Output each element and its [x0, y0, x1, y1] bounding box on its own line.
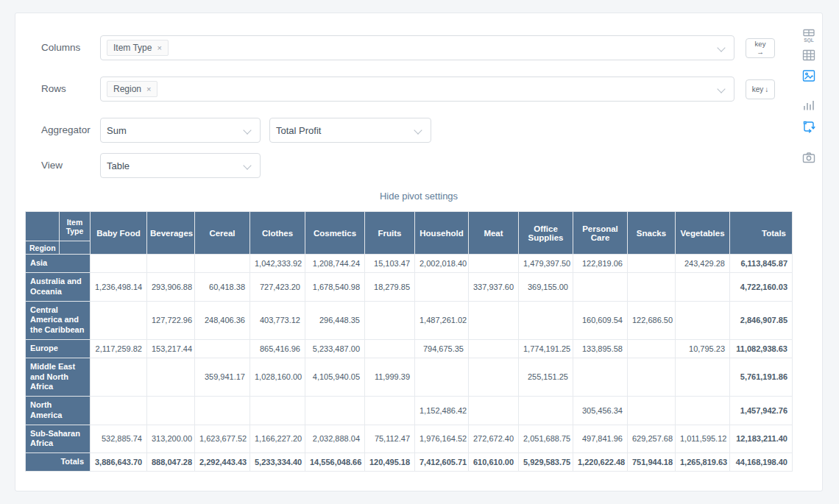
chevron-down-icon: [717, 85, 725, 93]
arrow-down-icon: ↓: [765, 85, 768, 93]
value-cell: [305, 397, 365, 425]
value-cell: 243,429.28: [676, 255, 730, 273]
view-select[interactable]: Table: [100, 153, 261, 178]
pivot-row: Australia and Oceania1,236,498.14293,906…: [26, 273, 793, 302]
value-cell: [415, 358, 469, 396]
bar-chart-icon[interactable]: [800, 96, 818, 114]
row-header: Europe: [26, 339, 91, 358]
col-header: Household: [415, 212, 469, 255]
value-cell: 133,895.58: [573, 339, 628, 358]
value-cell: 1,166,227.20: [250, 425, 305, 453]
value-cell: [628, 273, 676, 302]
value-cell: [519, 301, 573, 339]
sort-rows-button[interactable]: key ↓: [746, 79, 775, 99]
value-cell: 11,999.39: [365, 358, 415, 396]
value-cell: 60,418.38: [195, 273, 250, 302]
value-cell: 1,152,486.42: [415, 397, 469, 425]
aggregator-param-value: Total Profit: [276, 125, 321, 136]
value-cell: 369,155.00: [519, 273, 573, 302]
value-cell: 160,609.54: [573, 301, 628, 339]
columns-tag[interactable]: Item Type ×: [107, 40, 169, 56]
aggregator-select[interactable]: Sum: [100, 118, 261, 143]
col-header: Personal Care: [573, 212, 628, 255]
col-header: Cosmetics: [305, 212, 365, 255]
value-cell: [628, 255, 676, 273]
row-header: Middle East and North Africa: [26, 358, 91, 396]
rows-label: Rows: [41, 77, 66, 102]
value-cell: 629,257.68: [628, 425, 676, 453]
value-cell: 1,487,261.02: [415, 301, 469, 339]
value-cell: [365, 301, 415, 339]
table-icon[interactable]: [800, 46, 818, 64]
value-cell: [365, 339, 415, 358]
value-cell: [469, 301, 519, 339]
rows-tag-label: Region: [113, 84, 141, 94]
columns-tag-label: Item Type: [113, 43, 152, 53]
sql-icon[interactable]: SQL: [800, 26, 818, 44]
col-axis-label: Item Type: [60, 212, 91, 241]
value-cell: 18,279.85: [365, 273, 415, 302]
value-cell: 255,151.25: [519, 358, 573, 396]
value-cell: 727,423.20: [250, 273, 305, 302]
col-header: Clothes: [250, 212, 305, 255]
row-total-cell: 2,846,907.85: [730, 301, 793, 339]
row-header: North America: [26, 397, 91, 425]
image-chart-icon[interactable]: [800, 67, 818, 85]
value-cell: 1,042,333.92: [250, 255, 305, 273]
camera-icon[interactable]: [800, 149, 818, 166]
column-total-cell: 888,047.28: [147, 453, 195, 472]
value-cell: 122,819.06: [573, 255, 628, 273]
value-cell: 153,217.44: [147, 339, 195, 358]
col-header: Baby Food: [91, 212, 147, 255]
view-value: Table: [107, 160, 130, 171]
aggregator-param-select[interactable]: Total Profit: [269, 118, 431, 143]
value-cell: 1,236,498.14: [91, 273, 147, 302]
row-total-cell: 11,082,938.63: [730, 339, 793, 358]
row-total-cell: 1,457,942.76: [730, 397, 793, 425]
pivot-row: Sub-Saharan Africa532,885.74313,200.001,…: [26, 425, 793, 453]
value-cell: [91, 255, 147, 273]
value-cell: 305,456.34: [573, 397, 628, 425]
chevron-down-icon: [717, 43, 725, 52]
row-axis-label: Region: [26, 241, 60, 255]
value-cell: [469, 358, 519, 396]
pivot-editor-card: Columns Item Type × key → Rows Region × …: [15, 13, 823, 491]
rows-tag[interactable]: Region ×: [107, 81, 157, 97]
col-header: Office Supplies: [519, 212, 573, 255]
sort-columns-button[interactable]: key →: [746, 38, 775, 58]
value-cell: 1,623,677.52: [195, 425, 250, 453]
value-cell: 865,416.96: [250, 339, 305, 358]
pivot-row: Asia1,042,333.921,208,744.2415,103.472,0…: [26, 255, 793, 273]
row-total-cell: 4,722,160.03: [730, 273, 793, 302]
value-cell: 1,011,595.12: [676, 425, 730, 453]
col-header: Cereal: [195, 212, 250, 255]
remove-tag-icon[interactable]: ×: [146, 85, 151, 93]
value-cell: [147, 397, 195, 425]
chevron-down-icon: [414, 126, 422, 134]
hide-pivot-settings-link[interactable]: Hide pivot settings: [15, 191, 822, 202]
columns-select[interactable]: Item Type ×: [100, 35, 734, 60]
column-total-cell: 5,929,583.75: [519, 453, 573, 472]
value-cell: 127,722.96: [147, 301, 195, 339]
visualization-toolbar: SQL: [797, 26, 821, 166]
column-total-cell: 120,495.18: [365, 453, 415, 472]
value-cell: 403,773.12: [250, 301, 305, 339]
remove-tag-icon[interactable]: ×: [157, 44, 161, 52]
value-cell: [147, 358, 195, 396]
pivot-icon[interactable]: [800, 118, 818, 135]
column-total-cell: 14,556,048.66: [305, 453, 365, 472]
value-cell: 794,675.35: [415, 339, 469, 358]
value-cell: [676, 301, 730, 339]
row-header: Asia: [26, 255, 91, 273]
chevron-down-icon: [243, 126, 251, 134]
column-total-cell: 1,220,622.48: [573, 453, 628, 472]
value-cell: [250, 397, 305, 425]
totals-col-header: Totals: [730, 212, 793, 255]
corner-blank-2: [60, 241, 91, 255]
value-cell: 1,774,191.25: [519, 339, 573, 358]
key-label: key: [752, 85, 764, 93]
rows-select[interactable]: Region ×: [100, 77, 734, 102]
value-cell: 122,686.50: [628, 301, 676, 339]
value-cell: [469, 255, 519, 273]
value-cell: [676, 397, 730, 425]
